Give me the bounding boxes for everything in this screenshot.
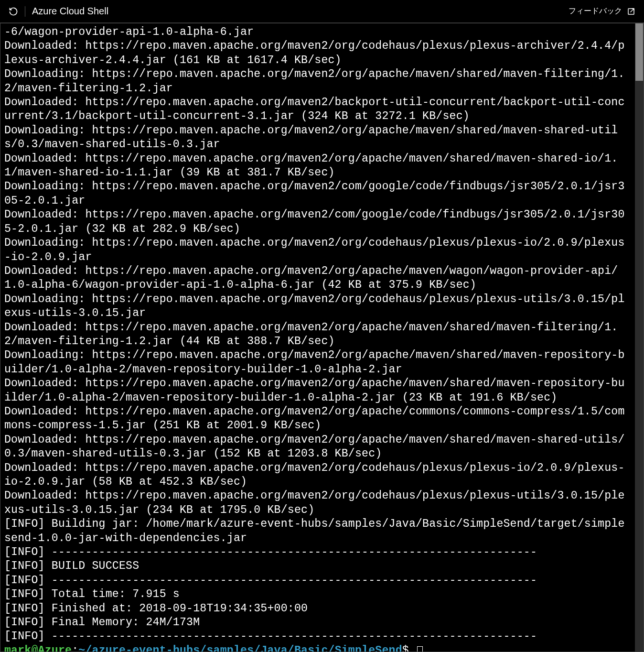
terminal-cursor	[417, 646, 423, 652]
prompt-separator: :	[72, 644, 78, 652]
scrollbar-track[interactable]	[635, 23, 644, 652]
scrollbar-thumb[interactable]	[635, 23, 643, 81]
restart-icon[interactable]	[9, 7, 18, 16]
app-title: Azure Cloud Shell	[32, 6, 108, 17]
titlebar: Azure Cloud Shell フィードバック	[0, 0, 644, 23]
terminal-container: -6/wagon-provider-api-1.0-alpha-6.jar Do…	[0, 23, 644, 652]
prompt-path: ~/azure-event-hubs/samples/Java/Basic/Si…	[78, 644, 402, 652]
titlebar-divider	[25, 6, 25, 17]
titlebar-right: フィードバック	[569, 6, 635, 16]
terminal-prompt: mark@Azure:~/azure-event-hubs/samples/Ja…	[4, 644, 423, 652]
popout-icon[interactable]	[627, 7, 635, 16]
prompt-user: mark@Azure	[4, 644, 72, 652]
prompt-symbol: $	[402, 644, 416, 652]
titlebar-left: Azure Cloud Shell	[9, 6, 569, 17]
feedback-link[interactable]: フィードバック	[569, 6, 622, 16]
terminal-output[interactable]: -6/wagon-provider-api-1.0-alpha-6.jar Do…	[0, 23, 635, 652]
